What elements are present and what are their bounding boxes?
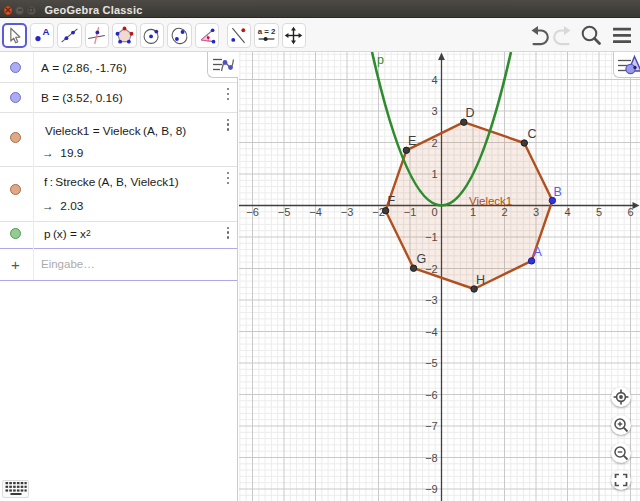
svg-text:−7: −7 <box>425 420 438 432</box>
svg-text:4: 4 <box>432 74 438 86</box>
svg-text:−6: −6 <box>425 389 438 401</box>
svg-text:4: 4 <box>564 206 570 218</box>
svg-text:p: p <box>377 53 384 67</box>
svg-text:6: 6 <box>627 206 633 218</box>
svg-text:D: D <box>466 106 475 120</box>
svg-text:−9: −9 <box>425 483 438 495</box>
svg-text:−3: −3 <box>425 294 438 306</box>
svg-text:3: 3 <box>432 105 438 117</box>
svg-text:C: C <box>528 127 537 141</box>
svg-text:a = 2: a = 2 <box>257 27 275 36</box>
svg-text:−4: −4 <box>425 326 438 338</box>
svg-text:A: A <box>534 245 543 259</box>
svg-text:H: H <box>476 273 485 287</box>
svg-text:B: B <box>554 185 562 199</box>
svg-text:A: A <box>43 25 50 36</box>
svg-text:E: E <box>408 134 416 148</box>
svg-text:−6: −6 <box>246 206 259 218</box>
svg-text:−5: −5 <box>425 357 438 369</box>
svg-text:−8: −8 <box>425 452 438 464</box>
svg-text:−3: −3 <box>341 206 354 218</box>
svg-text:−5: −5 <box>278 206 291 218</box>
svg-text:Vieleck1: Vieleck1 <box>469 195 512 207</box>
svg-text:5: 5 <box>596 206 602 218</box>
svg-text:−4: −4 <box>309 206 322 218</box>
svg-text:F: F <box>388 194 396 208</box>
svg-text:G: G <box>417 252 427 266</box>
